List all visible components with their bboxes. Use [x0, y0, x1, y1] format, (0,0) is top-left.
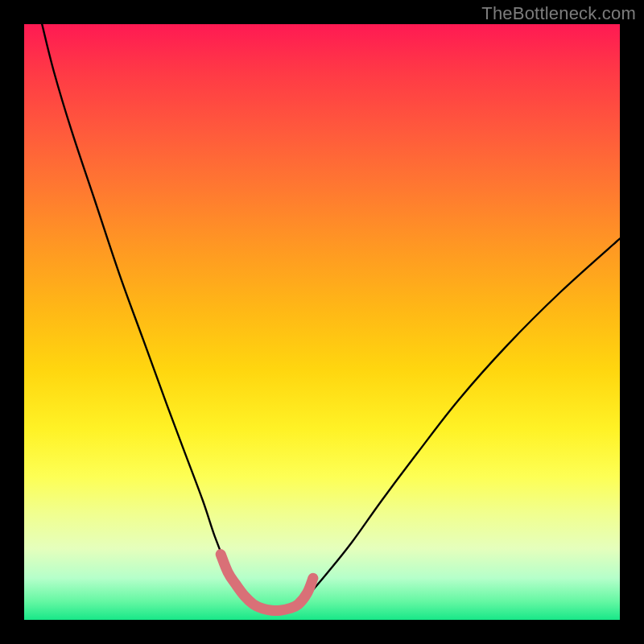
sweet-spot-path [221, 555, 313, 611]
watermark-text: TheBottleneck.com [481, 3, 636, 24]
bottleneck-curve-path [42, 24, 620, 610]
chart-frame: TheBottleneck.com [0, 0, 644, 644]
chart-plot-area [24, 24, 620, 620]
chart-svg [24, 24, 620, 620]
